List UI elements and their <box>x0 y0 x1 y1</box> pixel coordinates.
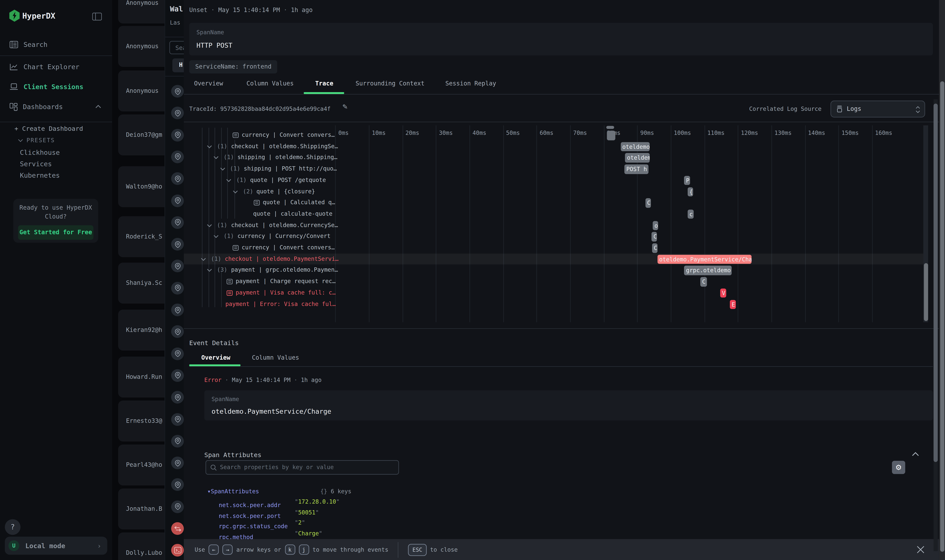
expand-chevron-icon[interactable] <box>207 144 212 149</box>
attribute-value[interactable]: "172.28.0.10" <box>295 498 339 505</box>
session-list-item[interactable]: Howard.Run <box>118 357 169 397</box>
drawer-scrollbar-thumb[interactable] <box>934 104 938 462</box>
session-event-terminal-icon[interactable] <box>171 544 184 557</box>
session-event-pin-icon[interactable] <box>171 478 184 491</box>
preset-clickhouse[interactable]: Clickhouse <box>20 149 60 157</box>
collapse-section-icon[interactable] <box>912 452 919 457</box>
session-list-item[interactable]: Anonymous <box>118 26 169 67</box>
expand-chevron-icon[interactable] <box>207 268 212 273</box>
edit-pencil-icon[interactable]: ✎ <box>342 103 348 111</box>
session-event-pin-icon[interactable] <box>171 129 184 141</box>
span-duration-bar[interactable]: oteldemo.PaymentService/Char <box>657 255 751 264</box>
page-scrollbar-thumb[interactable] <box>940 82 944 552</box>
trace-tree-row[interactable]: (1)checkout | oteldemo.CurrencySe…o <box>184 220 923 231</box>
session-event-pin-icon[interactable] <box>171 500 184 513</box>
session-event-pin-icon[interactable] <box>171 194 184 207</box>
trace-tree-row[interactable]: (1)quote | POST /getquoteP <box>184 175 923 186</box>
gear-icon[interactable]: ⚙ <box>892 461 905 474</box>
session-list-item[interactable]: Anonymous <box>118 71 169 111</box>
trace-tree-row[interactable]: (1)shipping | oteldemo.Shipping…oteldem <box>184 152 923 163</box>
expand-chevron-icon[interactable] <box>226 177 231 183</box>
session-list-item[interactable]: Jonathan.B <box>118 489 169 529</box>
session-filter-button[interactable]: H <box>173 58 184 72</box>
session-event-pin-icon[interactable] <box>171 85 184 97</box>
presets-header[interactable]: PRESETS <box>18 137 55 143</box>
span-duration-bar[interactable]: P <box>684 176 690 185</box>
session-list-item[interactable]: Roderick_S <box>118 216 169 257</box>
span-duration-bar[interactable]: o <box>653 221 658 230</box>
trace-tree-row[interactable]: (1)shipping | POST http://quo…POST h <box>184 163 923 175</box>
session-list-item[interactable]: Deion37@gm <box>118 114 169 155</box>
expand-chevron-icon[interactable] <box>213 234 219 239</box>
sidebar-item-search[interactable]: Search <box>0 37 122 52</box>
trace-tree-row[interactable]: payment | Visa cache full: c…V <box>184 287 923 298</box>
trace-tree-row[interactable]: quote | calculate-quotec <box>184 208 923 220</box>
local-mode-button[interactable]: U Local mode › <box>5 537 107 555</box>
session-event-pin-icon[interactable] <box>171 347 184 360</box>
waterfall-scrollbar[interactable] <box>923 125 928 322</box>
waterfall-scrollbar-thumb[interactable] <box>924 263 928 321</box>
session-list-item[interactable]: Pearl43@ho <box>118 445 169 485</box>
log-source-select[interactable]: Logs <box>830 101 925 117</box>
attribute-value[interactable]: "2" <box>295 519 305 526</box>
attribute-row[interactable]: net.sock.peer.addr"172.28.0.10" <box>219 498 912 509</box>
trace-tree-row[interactable]: (1)currency | Currency/ConvertC <box>184 231 923 242</box>
close-icon[interactable] <box>917 546 925 554</box>
span-duration-bar[interactable]: { <box>688 187 693 196</box>
session-event-pin-icon[interactable] <box>171 260 184 272</box>
expand-chevron-icon[interactable] <box>220 166 225 172</box>
session-list-item[interactable]: Walton9@ho <box>118 166 169 207</box>
service-name-tag[interactable]: ServiceName: frontend <box>189 60 277 74</box>
attribute-row[interactable]: net.sock.peer.port"50051" <box>219 509 912 520</box>
tab-surrounding-context[interactable]: Surrounding Context <box>356 80 425 87</box>
drawer-scrollbar[interactable] <box>934 99 938 551</box>
chevron-up-icon[interactable] <box>95 105 101 109</box>
attribute-value[interactable]: "50051" <box>295 509 319 515</box>
span-duration-bar[interactable] <box>607 131 615 140</box>
sidebar-item-chart-explorer[interactable]: Chart Explorer <box>0 59 122 75</box>
span-duration-bar[interactable]: oteldem <box>625 153 649 163</box>
trace-tree-row[interactable]: (3)payment | grpc.oteldemo.Paymen…grpc.o… <box>184 265 923 276</box>
span-duration-bar[interactable]: C <box>652 243 657 253</box>
span-duration-bar[interactable]: POST h <box>624 165 649 174</box>
session-event-pin-icon[interactable] <box>171 304 184 316</box>
expand-chevron-icon[interactable] <box>207 223 212 228</box>
session-event-pin-icon[interactable] <box>171 172 184 185</box>
attribute-key[interactable]: net.sock.peer.addr <box>219 502 281 508</box>
session-event-pin-icon[interactable] <box>171 238 184 251</box>
expand-chevron-icon[interactable] <box>233 189 238 194</box>
session-search-input[interactable]: Sea <box>169 41 184 54</box>
session-event-pin-icon[interactable] <box>171 413 184 426</box>
get-started-button[interactable]: Get Started for Free <box>18 225 94 240</box>
attribute-key[interactable]: net.sock.peer.port <box>219 512 281 519</box>
attributes-root-row[interactable]: ▾SpanAttributes {} 6 keys <box>207 488 351 494</box>
tab-trace[interactable]: Trace <box>315 80 333 87</box>
attribute-row[interactable]: rpc.grpc.status_code"2" <box>219 519 912 531</box>
event-tab-overview[interactable]: Overview <box>201 354 230 361</box>
session-event-pin-icon[interactable] <box>171 282 184 294</box>
span-duration-bar[interactable]: E <box>730 300 736 309</box>
sidebar-collapse-icon[interactable] <box>92 11 102 23</box>
span-duration-bar[interactable]: oteldemo. <box>620 142 650 151</box>
tab-overview[interactable]: Overview <box>194 80 223 87</box>
trace-waterfall[interactable]: 0ms10ms20ms30ms40ms50ms60ms70ms80ms90ms1… <box>184 125 939 322</box>
session-list-item[interactable]: Anonymous <box>118 0 169 23</box>
trace-tree-row[interactable]: payment | Charge request rec…C <box>184 276 923 287</box>
attributes-search-input[interactable]: Search properties by key or value <box>205 460 399 475</box>
trace-tree-row[interactable]: (1)checkout | oteldemo.ShippingSe…otelde… <box>184 141 923 152</box>
page-scrollbar[interactable] <box>939 0 945 560</box>
session-event-pin-icon[interactable] <box>171 369 184 382</box>
session-event-pin-icon[interactable] <box>171 216 184 229</box>
session-event-pin-icon[interactable] <box>171 391 184 404</box>
trace-tree-row[interactable]: currency | Convert convers…C <box>184 242 923 254</box>
preset-kubernetes[interactable]: Kubernetes <box>20 172 60 179</box>
event-tab-column-values[interactable]: Column Values <box>252 354 299 361</box>
span-duration-bar[interactable]: C <box>652 232 657 242</box>
create-dashboard-button[interactable]: + Create Dashboard <box>15 125 83 132</box>
expand-chevron-icon[interactable] <box>213 155 219 160</box>
attribute-key[interactable]: rpc.grpc.status_code <box>219 523 288 529</box>
session-event-pin-icon[interactable] <box>171 107 184 119</box>
sidebar-item-client-sessions[interactable]: Client Sessions <box>0 79 122 95</box>
sidebar-item-dashboards[interactable]: Dashboards <box>0 99 122 114</box>
session-list-item[interactable]: Kieran92@h <box>118 310 169 351</box>
